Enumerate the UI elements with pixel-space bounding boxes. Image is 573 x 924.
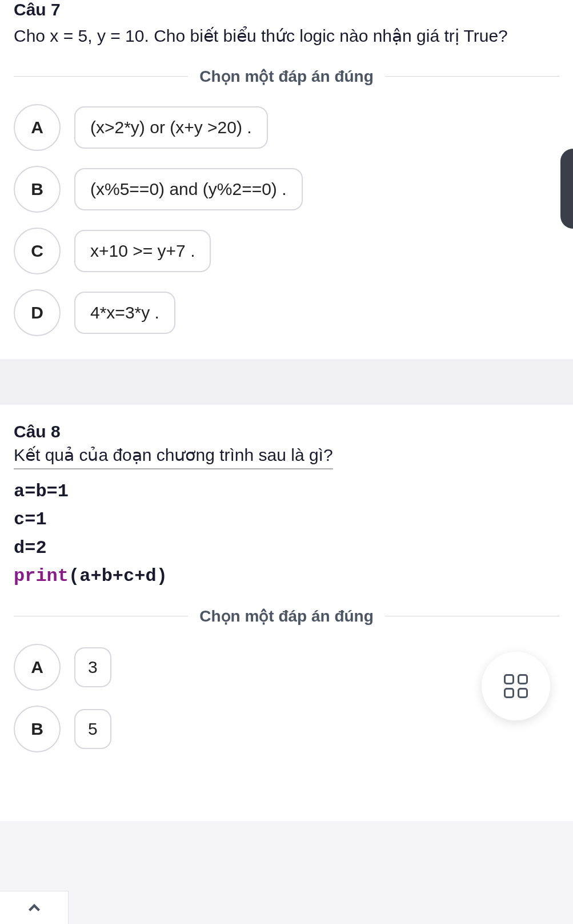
question-subtitle-wrap: Kết quả của đoạn chương trình sau là gì? [14, 445, 333, 469]
instruction-divider: Chọn một đáp án đúng [14, 607, 559, 626]
option-a[interactable]: A 3 [14, 644, 559, 691]
option-letter: B [14, 706, 61, 752]
question-number: Câu 7 [14, 0, 559, 19]
divider-line [385, 616, 559, 616]
code-line: d=2 [14, 534, 559, 563]
option-a[interactable]: A (x>2*y) or (x+y >20) . [14, 104, 559, 151]
side-handle[interactable] [560, 149, 573, 229]
option-label: 3 [74, 647, 111, 687]
option-d[interactable]: D 4*x=3*y . [14, 289, 559, 336]
option-label: 5 [74, 709, 111, 749]
option-letter: A [14, 644, 61, 691]
option-letter: B [14, 166, 61, 213]
code-line: c=1 [14, 505, 559, 534]
question-subtitle: Kết quả của đoạn chương trình sau là gì? [14, 445, 333, 465]
section-gap [0, 359, 573, 405]
code-snippet: a=b=1 c=1 d=2 print(a+b+c+d) [14, 477, 559, 591]
option-label: (x%5==0) and (y%2==0) . [74, 168, 303, 210]
grid-icon [504, 674, 528, 698]
code-args: (a+b+c+d) [69, 565, 167, 587]
code-keyword: print [14, 565, 69, 587]
code-line: a=b=1 [14, 477, 559, 506]
option-b[interactable]: B (x%5==0) and (y%2==0) . [14, 166, 559, 213]
code-line: print(a+b+c+d) [14, 562, 559, 591]
options-list: A (x>2*y) or (x+y >20) . B (x%5==0) and … [14, 104, 559, 336]
option-label: x+10 >= y+7 . [74, 230, 211, 272]
instruction-label: Chọn một đáp án đúng [188, 607, 385, 626]
question-7: Câu 7 Cho x = 5, y = 10. Cho biết biểu t… [0, 0, 573, 359]
option-letter: C [14, 228, 61, 274]
question-text: Cho x = 5, y = 10. Cho biết biểu thức lo… [14, 23, 559, 50]
divider-line [14, 76, 188, 77]
divider-line [14, 616, 188, 616]
option-label: (x>2*y) or (x+y >20) . [74, 106, 268, 149]
option-b[interactable]: B 5 [14, 706, 559, 752]
options-list: A 3 B 5 [14, 644, 559, 752]
question-number: Câu 8 [14, 422, 559, 441]
option-label: 4*x=3*y . [74, 292, 175, 334]
option-c[interactable]: C x+10 >= y+7 . [14, 228, 559, 274]
apps-grid-button[interactable] [482, 652, 550, 720]
option-letter: D [14, 289, 61, 336]
option-letter: A [14, 104, 61, 151]
question-8: Câu 8 Kết quả của đoạn chương trình sau … [0, 405, 573, 821]
divider-line [385, 76, 559, 77]
instruction-label: Chọn một đáp án đúng [188, 67, 385, 86]
instruction-divider: Chọn một đáp án đúng [14, 67, 559, 86]
